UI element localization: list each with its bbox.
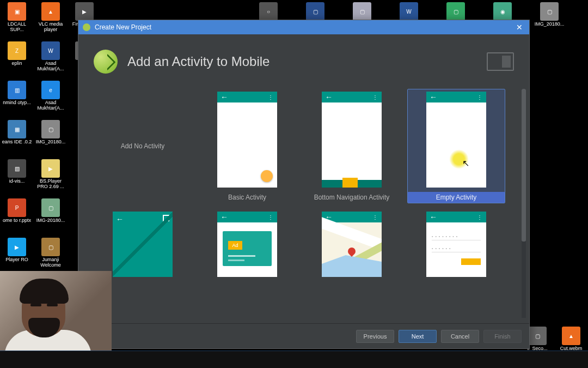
desktop-icon[interactable]: ▢Jumanji Welcome [34, 236, 68, 275]
activity-option-admob[interactable]: ←⋮ Ad [198, 209, 296, 280]
activity-thumbnail: ←⋮ [322, 92, 382, 188]
activity-option-empty[interactable]: ←⋮ ↖ Empty Activity [407, 89, 505, 203]
device-glyph-icon [487, 52, 514, 71]
activity-option-fullscreen[interactable]: ← [94, 209, 192, 280]
activity-option-basic[interactable]: ←⋮ Basic Activity [198, 89, 296, 203]
taskbar[interactable] [0, 351, 588, 368]
dialog-header: Add an Activity to Mobile [78, 34, 529, 89]
finish-button: Finish [483, 330, 522, 343]
desktop-icon[interactable]: ▣LDCALL SUP... [0, 0, 34, 39]
desktop-icon[interactable]: ▶BS.Player PRO 2.69 ... [34, 157, 68, 196]
android-studio-icon [83, 23, 90, 31]
window-title: Create New Project [95, 23, 151, 31]
desktop-icon[interactable]: ▦eans IDE .0.2 [0, 118, 34, 157]
activity-label: Add No Activity [121, 142, 165, 150]
page-title: Add an Activity to Mobile [127, 54, 270, 69]
scrollbar[interactable] [522, 89, 526, 318]
webcam-overlay [0, 271, 112, 364]
close-icon[interactable]: ✕ [514, 23, 525, 32]
activity-thumbnail: ←⋮ [217, 92, 277, 188]
next-button[interactable]: Next [399, 330, 437, 343]
desktop-icon[interactable]: ▢IMG_20180... [526, 0, 573, 39]
previous-button[interactable]: Previous [356, 330, 394, 343]
desktop-icon[interactable]: ▧id-vis... [0, 157, 34, 196]
cursor-icon: ↖ [462, 158, 469, 168]
android-studio-logo-icon [94, 50, 118, 74]
cancel-button[interactable]: Cancel [441, 330, 479, 343]
activity-label: Bottom Navigation Activity [309, 192, 395, 203]
activity-option-login[interactable]: ←⋮ • • • • • • • • • • • • • • [407, 209, 505, 280]
desktop-icon[interactable]: ▶Player RO [0, 236, 34, 275]
activity-option-none[interactable]: Add No Activity [94, 89, 192, 201]
desktop-icon[interactable]: Zeplin [0, 39, 34, 79]
desktop-icon[interactable]: ▥nmind otyp... [0, 79, 34, 118]
desktop-icon[interactable]: ▢IMG-20180... [34, 196, 68, 236]
activity-thumbnail: ← [113, 212, 173, 277]
dialog-footer: Previous Next Cancel Finish [78, 323, 529, 348]
activity-option-maps[interactable]: ←⋮ [303, 209, 401, 280]
activity-thumbnail: ←⋮ • • • • • • • • • • • • • • [426, 212, 486, 277]
desktop: ▣LDCALL SUP... Zeplin ▥nmind otyp... ▦ea… [0, 0, 588, 368]
desktop-icon[interactable]: ▲VLC media player [34, 0, 68, 39]
titlebar[interactable]: Create New Project ✕ [78, 20, 529, 34]
create-project-dialog: Create New Project ✕ Add an Activity to … [78, 20, 530, 349]
activity-thumbnail: ←⋮ ↖ [426, 92, 486, 188]
desktop-icon[interactable]: Pome to r.pptx [0, 196, 34, 236]
desktop-icon[interactable]: WAsad Mukhtar(A... [34, 39, 68, 79]
activity-option-bottom-nav[interactable]: ←⋮ Bottom Navigation Activity [303, 89, 401, 203]
activity-gallery: Add No Activity ←⋮ Basic Activity ←⋮ [78, 89, 529, 323]
activity-label: Empty Activity [408, 192, 505, 203]
desktop-icon[interactable]: ▢IMG_20180... [34, 118, 68, 157]
activity-thumbnail: ←⋮ Ad [217, 212, 277, 277]
activity-thumbnail: ←⋮ [322, 212, 382, 277]
desktop-icon[interactable]: eAsad Mukhtar(A... [34, 79, 68, 118]
activity-label: Basic Activity [223, 192, 272, 203]
